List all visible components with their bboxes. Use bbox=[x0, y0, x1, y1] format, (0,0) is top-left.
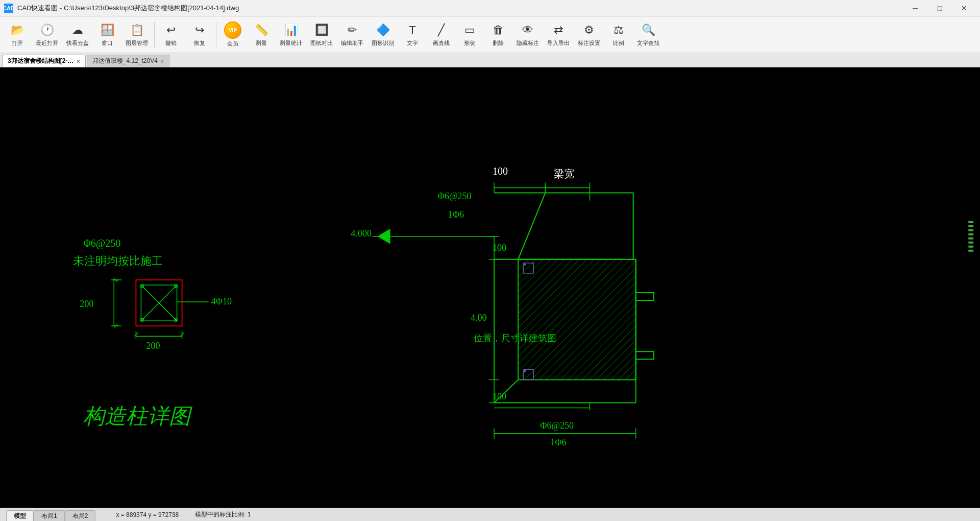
toolbar-label-import-export: 导入导出 bbox=[547, 39, 570, 47]
draw-line-icon: ╱ bbox=[433, 22, 449, 38]
svg-text:200: 200 bbox=[146, 341, 160, 351]
svg-text:200: 200 bbox=[80, 299, 93, 309]
svg-rect-80 bbox=[968, 250, 973, 252]
mark-settings-icon: ⚙ bbox=[581, 22, 597, 38]
toolbar-btn-undo[interactable]: ↩撤销 bbox=[158, 18, 184, 51]
svg-rect-51 bbox=[518, 259, 636, 380]
close-button[interactable]: ✕ bbox=[952, 0, 976, 16]
toolbar-btn-edit-assist[interactable]: ✏编辑助手 bbox=[338, 18, 366, 51]
tab-tab2[interactable]: 邦达值班楼_4.12_t20V4× bbox=[87, 55, 170, 67]
scale-display: 模型中的标注比例: 1 bbox=[195, 510, 251, 519]
toolbar-label-text: 文字 bbox=[407, 39, 418, 47]
hide-mark-icon: 👁 bbox=[520, 22, 536, 38]
canvas-area[interactable]: Φ6@250 未注明均按比施工 4Φ10 200 bbox=[0, 67, 980, 508]
coordinates-display: x = 889374 y = 972738 bbox=[116, 511, 179, 518]
toolbar-btn-measure-stat[interactable]: 📊测量统计 bbox=[277, 18, 305, 51]
shape-recog-icon: 🔷 bbox=[375, 22, 391, 38]
title-bar-controls: ─ □ ✕ bbox=[903, 0, 976, 16]
svg-text:Φ6@250: Φ6@250 bbox=[540, 420, 574, 431]
toolbar-btn-vip[interactable]: VIP会员 bbox=[219, 18, 246, 51]
toolbar-label-vip: 会员 bbox=[227, 40, 238, 48]
maximize-button[interactable]: □ bbox=[928, 0, 951, 16]
measure-stat-icon: 📊 bbox=[283, 22, 299, 38]
toolbar-btn-delete[interactable]: 🗑删除 bbox=[485, 18, 511, 51]
svg-rect-77 bbox=[968, 238, 973, 240]
tab-close-tab2[interactable]: × bbox=[161, 58, 164, 64]
status-tab-layout2[interactable]: 布局2 bbox=[65, 510, 96, 522]
svg-text:Φ6@250: Φ6@250 bbox=[83, 238, 120, 249]
toolbar-label-cloud: 快看云盘 bbox=[66, 39, 89, 47]
toolbar-btn-import-export[interactable]: ⇄导入导出 bbox=[544, 18, 573, 51]
toolbar-separator bbox=[216, 22, 216, 48]
svg-rect-78 bbox=[968, 242, 973, 244]
svg-text:未注明均按比施工: 未注明均按比施工 bbox=[73, 254, 163, 267]
svg-rect-0 bbox=[4, 67, 976, 508]
tab-tab1[interactable]: 3邦达宿舍楼结构图[2-…× bbox=[2, 55, 86, 67]
toolbar-label-shape-recog: 图形识别 bbox=[372, 39, 394, 47]
shape-icon: ▭ bbox=[461, 22, 478, 38]
cad-drawing: Φ6@250 未注明均按比施工 4Φ10 200 bbox=[0, 67, 980, 508]
toolbar-label-draw-line: 画直线 bbox=[433, 39, 450, 47]
svg-point-63 bbox=[524, 264, 526, 266]
toolbar-label-open: 打开 bbox=[12, 39, 23, 47]
svg-text:4.000: 4.000 bbox=[351, 228, 372, 239]
tab-close-tab1[interactable]: × bbox=[77, 58, 80, 64]
toolbar-label-scale: 比例 bbox=[613, 39, 624, 47]
toolbar-btn-recent[interactable]: 🕐最近打开 bbox=[33, 18, 61, 51]
toolbar-btn-text-search[interactable]: 🔍文字查找 bbox=[634, 18, 663, 51]
undo-icon: ↩ bbox=[163, 22, 179, 38]
toolbar-btn-window[interactable]: 🪟窗口 bbox=[94, 18, 120, 51]
svg-text:位置，尺寸详建筑图: 位置，尺寸详建筑图 bbox=[474, 333, 556, 343]
compare-icon: 🔲 bbox=[313, 22, 330, 38]
toolbar-btn-cloud[interactable]: ☁快看云盘 bbox=[63, 18, 92, 51]
svg-text:100: 100 bbox=[493, 243, 506, 253]
window-icon: 🪟 bbox=[99, 22, 115, 38]
status-tab-layout1[interactable]: 布局1 bbox=[34, 510, 65, 522]
layer-icon: 📋 bbox=[129, 22, 145, 38]
text-icon: T bbox=[404, 22, 421, 38]
svg-rect-74 bbox=[968, 225, 973, 227]
title-bar-left: CAD CAD快速看图 - C:\Users\123\Desktop\3邦达宿舍… bbox=[4, 4, 239, 13]
status-bar: 模型布局1布局2 x = 889374 y = 972738 模型中的标注比例:… bbox=[0, 508, 980, 521]
status-tabs: 模型布局1布局2 bbox=[6, 508, 95, 522]
toolbar-btn-hide-mark[interactable]: 👁隐藏标注 bbox=[513, 18, 542, 51]
status-tab-model[interactable]: 模型 bbox=[6, 510, 34, 522]
toolbar-label-mark-settings: 标注设置 bbox=[578, 39, 600, 47]
delete-icon: 🗑 bbox=[490, 22, 506, 38]
svg-rect-76 bbox=[968, 233, 973, 235]
scale-icon: ⚖ bbox=[610, 22, 627, 38]
svg-text:1Φ6: 1Φ6 bbox=[448, 209, 464, 220]
redo-icon: ↪ bbox=[191, 22, 208, 38]
text-search-icon: 🔍 bbox=[640, 22, 656, 38]
toolbar-btn-draw-line[interactable]: ╱画直线 bbox=[428, 18, 454, 51]
cloud-icon: ☁ bbox=[69, 22, 86, 38]
toolbar-btn-mark-settings[interactable]: ⚙标注设置 bbox=[575, 18, 603, 51]
svg-text:100: 100 bbox=[493, 165, 508, 177]
toolbar-label-redo: 恢复 bbox=[194, 39, 205, 47]
toolbar-label-delete: 删除 bbox=[493, 39, 504, 47]
minimize-button[interactable]: ─ bbox=[903, 0, 927, 16]
toolbar-btn-layer[interactable]: 📋图层管理 bbox=[122, 18, 151, 51]
toolbar-btn-scale[interactable]: ⚖比例 bbox=[605, 18, 632, 51]
toolbar-label-hide-mark: 隐藏标注 bbox=[517, 39, 539, 47]
svg-rect-73 bbox=[968, 221, 973, 223]
toolbar-label-undo: 撤销 bbox=[165, 39, 177, 47]
svg-text:梁宽: 梁宽 bbox=[554, 169, 574, 180]
toolbar-btn-measure[interactable]: 📏测量 bbox=[248, 18, 275, 51]
title-bar: CAD CAD快速看图 - C:\Users\123\Desktop\3邦达宿舍… bbox=[0, 0, 980, 16]
toolbar-label-window: 窗口 bbox=[102, 39, 113, 47]
toolbar-btn-compare[interactable]: 🔲图纸对比 bbox=[307, 18, 336, 51]
toolbar-btn-text[interactable]: T文字 bbox=[399, 18, 426, 51]
toolbar-label-compare: 图纸对比 bbox=[310, 39, 333, 47]
toolbar-btn-open[interactable]: 📂打开 bbox=[4, 18, 31, 51]
toolbar-btn-redo[interactable]: ↪恢复 bbox=[186, 18, 213, 51]
app-icon: CAD bbox=[4, 4, 13, 13]
toolbar-btn-shape-recog[interactable]: 🔷图形识别 bbox=[369, 18, 397, 51]
import-export-icon: ⇄ bbox=[550, 22, 567, 38]
toolbar: 📂打开🕐最近打开☁快看云盘🪟窗口📋图层管理↩撤销↪恢复VIP会员📏测量📊测量统计… bbox=[0, 16, 980, 53]
toolbar-btn-shape[interactable]: ▭形状 bbox=[456, 18, 483, 51]
toolbar-label-recent: 最近打开 bbox=[36, 39, 58, 47]
toolbar-label-edit-assist: 编辑助手 bbox=[341, 39, 363, 47]
toolbar-label-shape: 形状 bbox=[464, 39, 475, 47]
title-bar-text: CAD快速看图 - C:\Users\123\Desktop\3邦达宿舍楼结构图… bbox=[17, 4, 239, 13]
